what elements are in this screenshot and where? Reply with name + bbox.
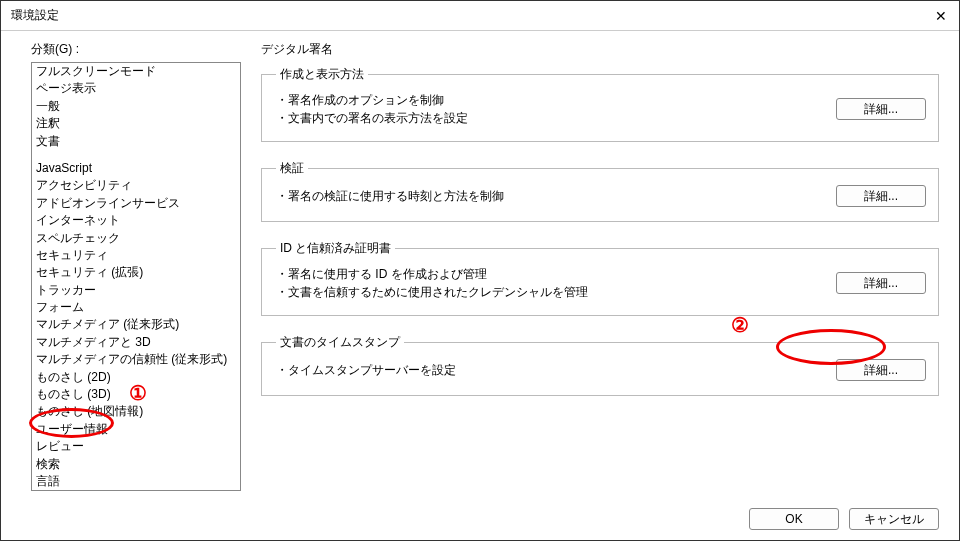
- category-item[interactable]: 検索: [32, 456, 240, 473]
- detail-button[interactable]: 詳細...: [836, 98, 926, 120]
- category-item[interactable]: 文書: [32, 133, 240, 150]
- category-item[interactable]: ページ表示: [32, 80, 240, 97]
- category-item[interactable]: セキュリティ (拡張): [32, 264, 240, 281]
- category-item[interactable]: フォーム: [32, 299, 240, 316]
- category-item[interactable]: インターネット: [32, 212, 240, 229]
- category-item[interactable]: ものさし (2D): [32, 369, 240, 386]
- category-item[interactable]: 言語: [32, 473, 240, 490]
- category-item[interactable]: 一般: [32, 98, 240, 115]
- category-item[interactable]: トラッカー: [32, 282, 240, 299]
- category-item[interactable]: スペルチェック: [32, 230, 240, 247]
- window-title: 環境設定: [11, 7, 59, 24]
- category-item[interactable]: レビュー: [32, 438, 240, 455]
- category-item[interactable]: 注釈: [32, 115, 240, 132]
- group-bullets: ・署名の検証に使用する時刻と方法を制御: [276, 187, 504, 205]
- category-item[interactable]: マルチメディアの信頼性 (従来形式): [32, 351, 240, 368]
- category-item[interactable]: アクセシビリティ: [32, 177, 240, 194]
- group-1: 検証・署名の検証に使用する時刻と方法を制御詳細...: [261, 160, 939, 222]
- close-icon[interactable]: ✕: [935, 8, 947, 24]
- title-bar: 環境設定 ✕: [1, 1, 959, 31]
- category-list[interactable]: フルスクリーンモードページ表示一般注釈文書JavaScriptアクセシビリティア…: [31, 62, 241, 491]
- group-bullets: ・タイムスタンプサーバーを設定: [276, 361, 456, 379]
- group-legend: 作成と表示方法: [276, 66, 368, 83]
- category-item[interactable]: ものさし (3D): [32, 386, 240, 403]
- group-3: 文書のタイムスタンプ・タイムスタンプサーバーを設定詳細...: [261, 334, 939, 396]
- category-item[interactable]: マルチメディア (従来形式): [32, 316, 240, 333]
- detail-button[interactable]: 詳細...: [836, 272, 926, 294]
- category-label: 分類(G) :: [31, 41, 241, 58]
- group-legend: 文書のタイムスタンプ: [276, 334, 404, 351]
- category-item[interactable]: JavaScript: [32, 160, 240, 177]
- category-item[interactable]: ものさし (地図情報): [32, 403, 240, 420]
- group-bullets: ・署名に使用する ID を作成および管理・文書を信頼するために使用されたクレデン…: [276, 265, 588, 301]
- category-item[interactable]: フルスクリーンモード: [32, 63, 240, 80]
- category-item[interactable]: アドビオンラインサービス: [32, 195, 240, 212]
- detail-button[interactable]: 詳細...: [836, 185, 926, 207]
- group-bullets: ・署名作成のオプションを制御・文書内での署名の表示方法を設定: [276, 91, 468, 127]
- category-item[interactable]: ユーザー情報: [32, 421, 240, 438]
- detail-button[interactable]: 詳細...: [836, 359, 926, 381]
- group-legend: 検証: [276, 160, 308, 177]
- ok-button[interactable]: OK: [749, 508, 839, 530]
- group-2: ID と信頼済み証明書・署名に使用する ID を作成および管理・文書を信頼するた…: [261, 240, 939, 316]
- category-item[interactable]: マルチメディアと 3D: [32, 334, 240, 351]
- cancel-button[interactable]: キャンセル: [849, 508, 939, 530]
- category-item[interactable]: 署名: [32, 490, 240, 491]
- group-legend: ID と信頼済み証明書: [276, 240, 395, 257]
- category-item[interactable]: セキュリティ: [32, 247, 240, 264]
- section-title: デジタル署名: [261, 41, 939, 58]
- group-0: 作成と表示方法・署名作成のオプションを制御・文書内での署名の表示方法を設定詳細.…: [261, 66, 939, 142]
